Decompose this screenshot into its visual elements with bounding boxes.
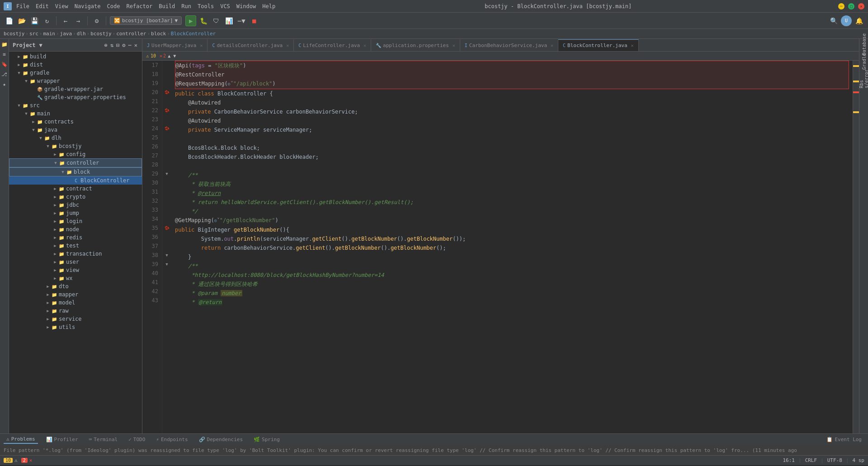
gutter-warning-mark-1[interactable] xyxy=(853,65,859,67)
menu-edit[interactable]: Edit xyxy=(33,2,52,10)
more-run-button[interactable]: ⋯▼ xyxy=(236,15,247,26)
database-panel-icon[interactable]: Database xyxy=(860,41,868,48)
tree-item-raw[interactable]: ▶ 📁 raw xyxy=(9,307,142,315)
tree-item-wrapper[interactable]: ▼ 📁 wrapper xyxy=(9,77,142,85)
run-button[interactable]: ▶ xyxy=(185,15,196,26)
menu-view[interactable]: View xyxy=(52,2,71,10)
menu-code[interactable]: Code xyxy=(104,2,123,10)
user-icon[interactable]: U xyxy=(841,15,852,26)
breadcrumb-part-4[interactable]: dlh xyxy=(77,31,86,37)
gutter-error-mark-1[interactable] xyxy=(853,91,859,93)
tree-item-service[interactable]: ▶ 📁 service xyxy=(9,315,142,323)
gutter-bean-24[interactable]: 🫘 xyxy=(162,124,171,133)
btab-spring[interactable]: 🌿 Spring xyxy=(251,436,283,443)
gutter-bean-20[interactable]: 🫘 xyxy=(162,88,171,97)
gutter-warning-mark-2[interactable] xyxy=(853,81,859,82)
tree-item-wx[interactable]: ▶ 📁 wx xyxy=(9,274,142,282)
code-editor[interactable]: @Api(tags = "区块模块") @RestController @Req… xyxy=(171,61,853,433)
tab-application-prop[interactable]: 🔧 application.properties ✕ xyxy=(371,39,460,51)
fold-icon-39[interactable]: ▼ xyxy=(162,260,171,269)
menu-build[interactable]: Build xyxy=(156,2,178,10)
btab-profiler[interactable]: 📊 Profiler xyxy=(43,436,81,443)
tree-item-node[interactable]: ▶ 📁 node xyxy=(9,225,142,233)
tree-item-config[interactable]: ▶ 📁 config xyxy=(9,150,142,158)
breadcrumb-part-5[interactable]: bcostjy xyxy=(90,31,111,37)
tree-item-contract[interactable]: ▶ 📁 contract xyxy=(9,185,142,193)
gutter-bean-22[interactable]: 🫘 xyxy=(162,106,171,115)
btab-endpoints[interactable]: ⚡ Endpoints xyxy=(153,436,190,443)
tree-item-main[interactable]: ▼ 📁 main xyxy=(9,109,142,118)
project-title[interactable]: Project xyxy=(13,42,36,48)
profile-button[interactable]: 📊 xyxy=(223,15,234,26)
tab-close-details[interactable]: ✕ xyxy=(286,43,289,48)
tree-item-model[interactable]: ▶ 📁 model xyxy=(9,299,142,307)
tree-item-java[interactable]: ▼ 📁 java xyxy=(9,126,142,134)
tree-item-crypto[interactable]: ▶ 📁 crypto xyxy=(9,193,142,201)
tree-item-controller[interactable]: ▼ 📁 controller xyxy=(9,158,142,167)
gutter-warning-mark-3[interactable] xyxy=(853,111,859,113)
tab-close-carbon[interactable]: ✕ xyxy=(551,43,553,48)
btab-event-log[interactable]: 📋 Event Log xyxy=(824,436,864,443)
sync-button[interactable]: ↻ xyxy=(42,15,52,26)
tab-usermapper[interactable]: J UserMapper.java ✕ xyxy=(142,39,208,51)
project-icon[interactable]: 📁 xyxy=(1,41,8,48)
tab-carbonbehavior[interactable]: I CarbonBehaviorService.java ✕ xyxy=(460,39,558,51)
tree-item-test[interactable]: ▶ 📁 test xyxy=(9,242,142,250)
forward-button[interactable]: → xyxy=(73,15,84,26)
menu-navigate[interactable]: Navigate xyxy=(72,2,104,10)
tree-item-jdbc[interactable]: ▶ 📁 jdbc xyxy=(9,201,142,209)
tree-item-dto[interactable]: ▶ 📁 dto xyxy=(9,282,142,290)
tree-item-gradle[interactable]: ▼ 📁 gradle xyxy=(9,69,142,77)
tab-close-block[interactable]: ✕ xyxy=(631,43,634,48)
breadcrumb-part-2[interactable]: main xyxy=(43,31,55,37)
tab-close-life[interactable]: ✕ xyxy=(363,43,366,48)
menu-window[interactable]: Window xyxy=(234,2,259,10)
run-config-dropdown[interactable]: 🔀 bcostjy [bootJar] ▼ xyxy=(110,16,182,25)
tree-item-view[interactable]: ▶ 📁 view xyxy=(9,266,142,274)
breadcrumb-part-6[interactable]: controller xyxy=(116,31,146,37)
settings-button[interactable]: ⚙ xyxy=(91,15,102,26)
minimize-button[interactable]: ─ xyxy=(838,3,844,10)
tree-item-transaction[interactable]: ▶ 📁 transaction xyxy=(9,250,142,258)
rbs-panel-icon[interactable]: Rbs s/error xyxy=(860,75,868,82)
menu-file[interactable]: File xyxy=(14,2,32,10)
new-file-button[interactable]: 📄 xyxy=(4,15,14,26)
tree-item-gradle-wrapper-jar[interactable]: 📦 gradle-wrapper.jar xyxy=(9,85,142,93)
btab-todo[interactable]: ✓ TODO xyxy=(126,436,148,443)
project-dropdown[interactable]: ▼ xyxy=(39,42,42,48)
tree-item-utils[interactable]: ▶ 📁 utils xyxy=(9,323,142,331)
tree-item-jump[interactable]: ▶ 📁 jump xyxy=(9,209,142,217)
tree-item-mapper[interactable]: ▶ 📁 mapper xyxy=(9,290,142,299)
tree-item-user[interactable]: ▶ 📁 user xyxy=(9,258,142,266)
fold-icon-38[interactable]: ▼ xyxy=(162,251,171,260)
bookmarks-icon[interactable]: 🔖 xyxy=(1,61,8,68)
tree-item-block-controller[interactable]: C BlockController xyxy=(9,176,142,185)
breadcrumb-part-1[interactable]: src xyxy=(29,31,38,37)
settings-gear-button[interactable]: ⚙ xyxy=(121,41,126,49)
tab-blockcontroller[interactable]: C BlockController.java ✕ xyxy=(558,39,639,51)
menu-refactor[interactable]: Refactor xyxy=(123,2,155,10)
gradle-panel-icon[interactable]: Gradle xyxy=(860,58,868,65)
expand-button[interactable]: ⇅ xyxy=(109,41,114,49)
hide-panel-button[interactable]: ✕ xyxy=(133,41,138,49)
locate-file-button[interactable]: ⊕ xyxy=(104,41,108,49)
vcs-icon[interactable]: ⎇ xyxy=(1,71,8,78)
menu-vcs[interactable]: VCS xyxy=(217,2,233,10)
search-everywhere-button[interactable]: 🔍 xyxy=(828,15,839,26)
tree-item-block[interactable]: ▼ 📁 block xyxy=(9,167,142,176)
tab-close-appprop[interactable]: ✕ xyxy=(453,43,455,48)
breadcrumb-part-3[interactable]: java xyxy=(60,31,72,37)
breadcrumb-part-0[interactable]: bcostjy xyxy=(4,31,24,37)
fold-icon-29[interactable]: ▼ xyxy=(162,169,171,178)
tree-item-bcostjy[interactable]: ▼ 📁 bcostjy xyxy=(9,142,142,150)
maximize-button[interactable]: □ xyxy=(848,3,854,10)
menu-tools[interactable]: Tools xyxy=(195,2,217,10)
tree-item-dist[interactable]: ▶ 📁 dist xyxy=(9,61,142,69)
debug-button[interactable]: 🐛 xyxy=(198,15,209,26)
back-button[interactable]: ← xyxy=(60,15,71,26)
tree-item-build[interactable]: ▶ 📁 build xyxy=(9,52,142,61)
tab-detailscontroller[interactable]: C detailsController.java ✕ xyxy=(208,39,294,51)
tree-item-login[interactable]: ▶ 📁 login xyxy=(9,217,142,225)
tree-item-gradle-wrapper-prop[interactable]: 🔧 gradle-wrapper.properties xyxy=(9,93,142,101)
menu-run[interactable]: Run xyxy=(179,2,194,10)
